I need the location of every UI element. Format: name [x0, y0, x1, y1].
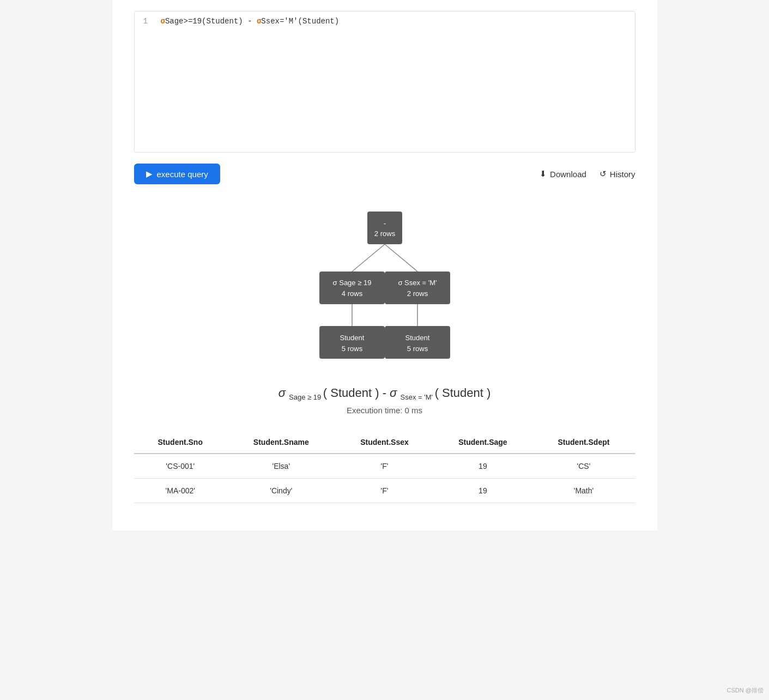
formula-text: σ Sage ≥ 19 ( Student ) - σ Ssex = 'M' (…: [134, 386, 635, 401]
svg-text:-: -: [383, 219, 385, 227]
result-table: Student.Sno Student.Sname Student.Ssex S…: [134, 431, 635, 503]
svg-rect-7: [319, 271, 385, 304]
svg-text:2 rows: 2 rows: [407, 289, 428, 298]
line-number: 1: [143, 17, 152, 26]
watermark: CSDN @排偿: [727, 686, 764, 695]
col-sdept: Student.Sdept: [532, 431, 635, 454]
table-cell: 19: [433, 479, 532, 503]
table-cell: 'MA-002': [134, 479, 227, 503]
svg-text:σ Sage ≥ 19: σ Sage ≥ 19: [332, 279, 371, 287]
svg-text:Student: Student: [405, 334, 429, 342]
svg-line-1: [385, 244, 417, 271]
col-sname: Student.Sname: [227, 431, 336, 454]
svg-text:5 rows: 5 rows: [407, 345, 428, 353]
toolbar-right: ⬇ Download ↺ History: [540, 169, 635, 179]
execution-time: Execution time: 0 ms: [134, 406, 635, 415]
tree-leaf-left-node: Student 5 rows: [319, 326, 385, 359]
play-icon: ▶: [146, 169, 153, 179]
cond1: Sage>=19(Student) -: [165, 17, 257, 26]
svg-rect-16: [385, 326, 450, 359]
tree-leaf-right-node: Student 5 rows: [385, 326, 450, 359]
svg-rect-4: [367, 212, 402, 244]
tree-svg: - 2 rows σ Sage ≥ 19 4 rows σ Ssex = 'M'…: [303, 201, 467, 375]
svg-text:σ Ssex = 'M': σ Ssex = 'M': [398, 279, 437, 287]
col-sno: Student.Sno: [134, 431, 227, 454]
table-row: 'CS-001''Elsa''F'19'CS': [134, 454, 635, 479]
tree-right-sigma-node: σ Ssex = 'M' 2 rows: [385, 271, 450, 304]
svg-text:Student: Student: [340, 334, 364, 342]
history-icon: ↺: [600, 169, 607, 179]
formula-body2: ( Student ): [435, 386, 491, 400]
execute-label: execute query: [157, 170, 208, 179]
svg-rect-10: [385, 271, 450, 304]
sigma1: σ: [161, 17, 165, 26]
table-cell: 'CS': [532, 454, 635, 479]
svg-text:4 rows: 4 rows: [341, 289, 362, 298]
svg-text:5 rows: 5 rows: [341, 345, 362, 353]
table-cell: 'F': [336, 454, 434, 479]
table-row: 'MA-002''Cindy''F'19'Math': [134, 479, 635, 503]
tree-root-node: - 2 rows: [367, 212, 402, 244]
history-button[interactable]: ↺ History: [600, 169, 635, 179]
formula-sub1: Sage ≥ 19: [289, 393, 323, 401]
download-button[interactable]: ⬇ Download: [540, 169, 586, 179]
table-cell: 'CS-001': [134, 454, 227, 479]
table-cell: 19: [433, 454, 532, 479]
table-header-row: Student.Sno Student.Sname Student.Ssex S…: [134, 431, 635, 454]
editor-code: σSage>=19(Student) - σSsex='M'(Student): [161, 17, 340, 26]
tree-left-sigma-node: σ Sage ≥ 19 4 rows: [319, 271, 385, 304]
toolbar: ▶ execute query ⬇ Download ↺ History: [134, 164, 635, 184]
code-editor[interactable]: 1 σSage>=19(Student) - σSsex='M'(Student…: [134, 11, 635, 153]
formula-body1: ( Student ) -: [323, 386, 390, 400]
formula-sigma1: σ: [278, 386, 286, 400]
svg-text:2 rows: 2 rows: [374, 230, 395, 238]
svg-rect-13: [319, 326, 385, 359]
table-cell: 'Math': [532, 479, 635, 503]
svg-line-0: [352, 244, 385, 271]
download-icon: ⬇: [540, 169, 547, 179]
history-label: History: [610, 170, 635, 179]
download-label: Download: [550, 170, 586, 179]
table-cell: 'F': [336, 479, 434, 503]
col-sage: Student.Sage: [433, 431, 532, 454]
formula-sub2: Ssex = 'M': [401, 393, 435, 401]
tree-diagram-section: - 2 rows σ Sage ≥ 19 4 rows σ Ssex = 'M'…: [134, 201, 635, 375]
col-ssex: Student.Ssex: [336, 431, 434, 454]
formula-section: σ Sage ≥ 19 ( Student ) - σ Ssex = 'M' (…: [134, 386, 635, 401]
cond2: Ssex='M'(Student): [261, 17, 339, 26]
execute-button[interactable]: ▶ execute query: [134, 164, 220, 184]
table-cell: 'Cindy': [227, 479, 336, 503]
table-cell: 'Elsa': [227, 454, 336, 479]
formula-sigma2: σ: [390, 386, 397, 400]
